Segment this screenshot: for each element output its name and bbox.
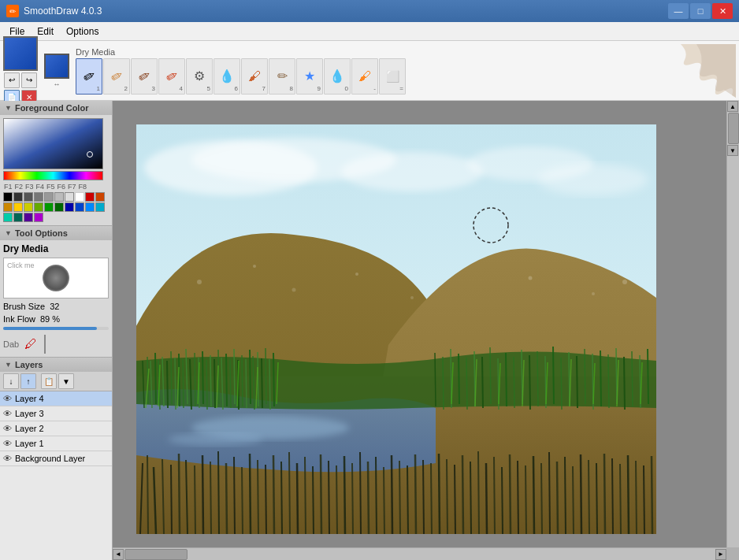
swatch-yellow[interactable] (13, 202, 23, 212)
canvas-area[interactable]: ▲ ▼ ◄ ► (113, 101, 739, 560)
foreground-color-header[interactable]: ▼ Foreground Color (0, 101, 112, 115)
swatch-teal[interactable] (3, 213, 13, 222)
swatch-red[interactable] (85, 192, 95, 202)
swatch-light-blue[interactable] (85, 202, 95, 212)
svg-line-101 (376, 457, 377, 534)
layer-item-2[interactable]: 👁 Layer 2 (0, 421, 112, 436)
menu-options[interactable]: Options (60, 24, 105, 39)
swatch-3[interactable] (34, 192, 43, 202)
color-swatches (3, 192, 109, 222)
undo-button[interactable]: ↩ (4, 72, 20, 88)
swatch-dark-green[interactable] (54, 202, 64, 212)
swatch-blue2[interactable] (75, 202, 84, 212)
maximize-button[interactable]: □ (690, 3, 711, 19)
brush-tool-4[interactable]: ✏ 4 (158, 58, 185, 95)
ink-flow-slider-container[interactable] (3, 327, 109, 332)
swatch-green[interactable] (44, 202, 54, 212)
ink-flow-label: Ink Flow (3, 314, 35, 324)
svg-line-95 (329, 461, 329, 534)
preset-f4[interactable]: F4 (35, 183, 46, 191)
menubar: File Edit Options (0, 22, 739, 41)
svg-line-90 (289, 452, 290, 534)
preset-f6[interactable]: F6 (57, 183, 67, 191)
scroll-right-arrow[interactable]: ► (715, 549, 726, 560)
svg-line-121 (533, 456, 534, 534)
preset-f8[interactable]: F8 (78, 183, 88, 191)
swatch-4[interactable] (44, 192, 54, 202)
dry-media-label: Dry Media (76, 47, 115, 57)
layer-add-button[interactable]: 📋 (41, 373, 57, 389)
brush-tool-11[interactable]: 🖌 - (351, 58, 378, 95)
swatch-2[interactable] (24, 192, 33, 202)
preset-f7[interactable]: F7 (67, 183, 77, 191)
active-color-box[interactable] (44, 54, 69, 79)
brush-tool-5[interactable]: ⚙ 5 (186, 58, 213, 95)
swatch-white[interactable] (75, 192, 84, 202)
scroll-left-arrow[interactable]: ◄ (113, 549, 124, 560)
layers-header[interactable]: ▼ Layers (0, 358, 112, 372)
preset-f5[interactable]: F5 (46, 183, 56, 191)
preset-f1[interactable]: F1 (3, 183, 13, 191)
swatch-5[interactable] (54, 192, 64, 202)
svg-line-130 (604, 454, 605, 534)
swatch-yellow2[interactable] (24, 202, 33, 212)
layer-item-3[interactable]: 👁 Layer 3 (0, 406, 112, 421)
color-preview[interactable] (3, 36, 38, 71)
preset-f2[interactable]: F2 (14, 183, 24, 191)
tool-options-header[interactable]: ▼ Tool Options (0, 226, 112, 240)
brush-num-10: 0 (345, 85, 348, 92)
scrollbar-vertical[interactable]: ▲ ▼ (726, 101, 739, 547)
swatch-lime[interactable] (34, 202, 43, 212)
color-gradient-picker[interactable] (3, 118, 103, 169)
swatch-cyan[interactable] (95, 202, 105, 212)
brush-tool-6[interactable]: 💧 6 (214, 58, 240, 95)
foreground-color-title: Foreground Color (15, 103, 89, 113)
layers-section: ▼ Layers ↓ ↑ 📋 ▼ 👁 Layer 4 👁 Layer 3 (0, 358, 112, 560)
swatch-black[interactable] (3, 192, 13, 202)
layer-item-background[interactable]: 👁 Background Layer (0, 451, 112, 466)
svg-line-83 (234, 457, 235, 534)
scroll-down-arrow[interactable]: ▼ (727, 145, 738, 156)
swatch-6[interactable] (65, 192, 74, 202)
brush-preview-area[interactable]: Click me (3, 258, 109, 299)
color-hue-bar[interactable] (3, 171, 103, 180)
svg-line-79 (202, 455, 203, 534)
painting-canvas[interactable] (136, 124, 656, 534)
svg-line-31 (230, 359, 231, 408)
brush-tool-10[interactable]: 💧 0 (324, 58, 351, 95)
swatch-orange[interactable] (3, 202, 13, 212)
brush-tool-2[interactable]: ✏ 2 (103, 58, 130, 95)
brush-tool-7[interactable]: 🖌 7 (241, 58, 268, 95)
layer-move-down-button[interactable]: ↓ (3, 373, 19, 389)
svg-line-80 (210, 462, 211, 534)
brush-tool-8[interactable]: ✏ 8 (269, 58, 295, 95)
scrollbar-horizontal[interactable]: ◄ ► (113, 547, 726, 560)
swatch-purple[interactable] (24, 213, 33, 222)
brush-tool-1[interactable]: ✏ 1 (76, 58, 102, 95)
layer-menu-button[interactable]: ▼ (58, 373, 74, 389)
svg-line-134 (636, 461, 637, 534)
swatch-orange-red[interactable] (95, 192, 105, 202)
svg-line-116 (494, 457, 495, 534)
brush-tool-9[interactable]: ★ 9 (296, 58, 323, 95)
preset-f3[interactable]: F3 (24, 183, 35, 191)
swatch-violet[interactable] (34, 213, 43, 222)
swatch-dark-teal[interactable] (13, 213, 23, 222)
svg-point-155 (253, 265, 256, 268)
redo-button[interactable]: ↪ (21, 72, 37, 88)
scrollbar-horizontal-thumb[interactable] (124, 549, 188, 560)
scroll-up-arrow[interactable]: ▲ (727, 101, 738, 112)
layer-item-1[interactable]: 👁 Layer 1 (0, 436, 112, 451)
close-button[interactable]: ✕ (712, 3, 733, 19)
svg-line-65 (608, 354, 609, 408)
layer-item-4[interactable]: 👁 Layer 4 (0, 391, 112, 406)
brush-tool-3[interactable]: ✏ 3 (131, 58, 158, 95)
svg-line-55 (529, 355, 530, 410)
scrollbar-vertical-thumb[interactable] (728, 113, 739, 144)
swatch-blue[interactable] (65, 202, 74, 212)
layer-move-up-button[interactable]: ↑ (20, 373, 36, 389)
brush-tool-12[interactable]: ⬜ = (379, 58, 406, 95)
minimize-button[interactable]: — (668, 3, 689, 19)
swatch-1[interactable] (13, 192, 23, 202)
layer-2-eye-icon: 👁 (3, 424, 12, 433)
